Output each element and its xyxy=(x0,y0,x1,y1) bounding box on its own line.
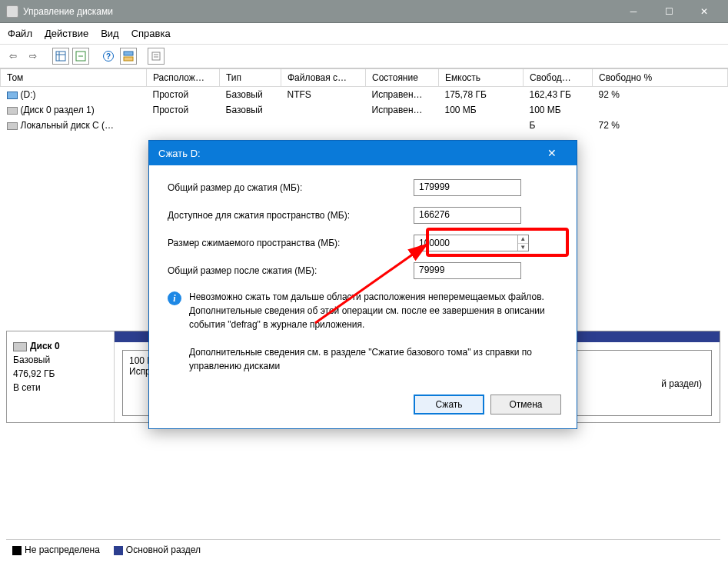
disk-mgmt-icon xyxy=(6,5,18,18)
table-row[interactable]: (Диск 0 раздел 1) Простой Базовый Исправ… xyxy=(1,102,728,118)
col-free[interactable]: Свобод… xyxy=(524,69,593,87)
toolbar: ⇦ ⇨ ? xyxy=(0,45,728,68)
svg-rect-0 xyxy=(56,52,65,61)
menu-view[interactable]: Вид xyxy=(101,28,119,39)
col-layout[interactable]: Располож… xyxy=(147,69,220,87)
forward-button[interactable]: ⇨ xyxy=(25,48,42,65)
swatch-black xyxy=(12,546,22,555)
cell: Простой xyxy=(147,87,220,103)
close-button[interactable]: ✕ xyxy=(686,0,722,23)
cell xyxy=(439,118,524,133)
window-titlebar: Управление дисками ─ ☐ ✕ xyxy=(0,0,728,23)
col-capacity[interactable]: Емкость xyxy=(439,69,524,87)
cell: Базовый xyxy=(220,102,281,118)
after-size-label: Общий размер после сжатия (МБ): xyxy=(168,265,414,276)
dialog-extra-text: Дополнительные сведения см. в разделе "С… xyxy=(189,345,558,373)
spin-down[interactable]: ▼ xyxy=(518,244,528,251)
menu-action[interactable]: Действие xyxy=(45,28,88,39)
cell: Исправен… xyxy=(366,102,439,118)
disk-status: В сети xyxy=(13,381,108,395)
total-size-value: 179999 xyxy=(414,179,521,196)
back-button[interactable]: ⇦ xyxy=(5,48,22,65)
col-volume[interactable]: Том xyxy=(1,69,147,87)
after-size-value: 79999 xyxy=(414,262,521,279)
menu-help[interactable]: Справка xyxy=(131,28,171,39)
disk-label: Диск 0 Базовый 476,92 ГБ В сети xyxy=(7,331,115,422)
col-free-pct[interactable]: Свободно % xyxy=(593,69,728,87)
cell: Локальный диск C (… xyxy=(21,120,115,131)
col-fs[interactable]: Файловая с… xyxy=(281,69,366,87)
volume-icon xyxy=(7,92,18,99)
cell: 175,78 ГБ xyxy=(439,87,524,103)
refresh-button[interactable] xyxy=(72,48,89,65)
cell: Простой xyxy=(147,102,220,118)
shrink-button[interactable]: Сжать xyxy=(414,395,484,415)
volume-icon xyxy=(7,122,18,130)
menubar: Файл Действие Вид Справка xyxy=(0,23,728,45)
cell: 100 МБ xyxy=(524,102,593,118)
maximize-button[interactable]: ☐ xyxy=(651,0,686,23)
shrink-amount-field[interactable] xyxy=(414,235,517,251)
cell: 92 % xyxy=(593,87,728,103)
shrink-amount-input[interactable]: ▲ ▼ xyxy=(414,235,529,251)
dialog-info-text: Невозможно сжать том дальше области расп… xyxy=(189,290,558,331)
dialog-titlebar: Сжать D: ✕ xyxy=(149,141,577,165)
properties-button[interactable] xyxy=(148,48,165,65)
volume-table: Том Располож… Тип Файловая с… Состояние … xyxy=(0,68,728,133)
disk-size: 476,92 ГБ xyxy=(13,367,108,381)
swatch-blue xyxy=(114,546,123,555)
dialog-close-button[interactable]: ✕ xyxy=(537,147,567,159)
svg-rect-6 xyxy=(124,57,133,61)
view-list-button[interactable] xyxy=(52,48,69,65)
volume-icon xyxy=(7,107,18,115)
svg-rect-5 xyxy=(124,52,133,55)
cell: 72 % xyxy=(593,118,728,133)
dialog-title: Сжать D: xyxy=(158,148,537,159)
help-button[interactable]: ? xyxy=(100,48,117,65)
cell: 162,43 ГБ xyxy=(524,87,593,103)
table-row[interactable]: Локальный диск C (… Б 72 % xyxy=(1,118,728,133)
cell xyxy=(281,102,366,118)
cell: 100 МБ xyxy=(439,102,524,118)
cell: (Диск 0 раздел 1) xyxy=(21,105,95,115)
minimize-button[interactable]: ─ xyxy=(616,0,651,23)
window-title: Управление дисками xyxy=(23,6,616,17)
svg-rect-7 xyxy=(152,52,160,60)
view-graphical-button[interactable] xyxy=(120,48,137,65)
cell: NTFS xyxy=(281,87,366,103)
legend: Не распределена Основной раздел xyxy=(6,539,720,560)
available-shrink-label: Доступное для сжатия пространство (МБ): xyxy=(168,210,414,221)
legend-unallocated: Не распределена xyxy=(12,544,100,555)
table-row[interactable]: (D:) Простой Базовый NTFS Исправен… 175,… xyxy=(1,87,728,103)
shrink-dialog: Сжать D: ✕ Общий размер до сжатия (МБ): … xyxy=(148,140,577,429)
info-icon: i xyxy=(168,291,181,305)
disk-icon xyxy=(13,342,27,351)
col-type[interactable]: Тип xyxy=(220,69,281,87)
cell xyxy=(281,118,366,133)
cell: Базовый xyxy=(220,87,281,103)
cell xyxy=(220,118,281,133)
legend-primary: Основной раздел xyxy=(114,544,201,555)
disk-type: Базовый xyxy=(13,353,108,367)
available-shrink-value: 166276 xyxy=(414,207,521,224)
cell: Исправен… xyxy=(366,87,439,103)
cell xyxy=(366,118,439,133)
cell: (D:) xyxy=(21,89,36,100)
col-status[interactable]: Состояние xyxy=(366,69,439,87)
disk-name: Диск 0 xyxy=(30,341,60,351)
total-size-label: Общий размер до сжатия (МБ): xyxy=(168,182,414,193)
cell xyxy=(593,102,728,118)
menu-file[interactable]: Файл xyxy=(8,28,32,39)
cancel-button[interactable]: Отмена xyxy=(490,395,561,415)
cell: Б xyxy=(524,118,593,133)
shrink-amount-label: Размер сжимаемого пространства (МБ): xyxy=(168,238,414,248)
cell xyxy=(147,118,220,133)
spin-up[interactable]: ▲ xyxy=(518,235,528,244)
